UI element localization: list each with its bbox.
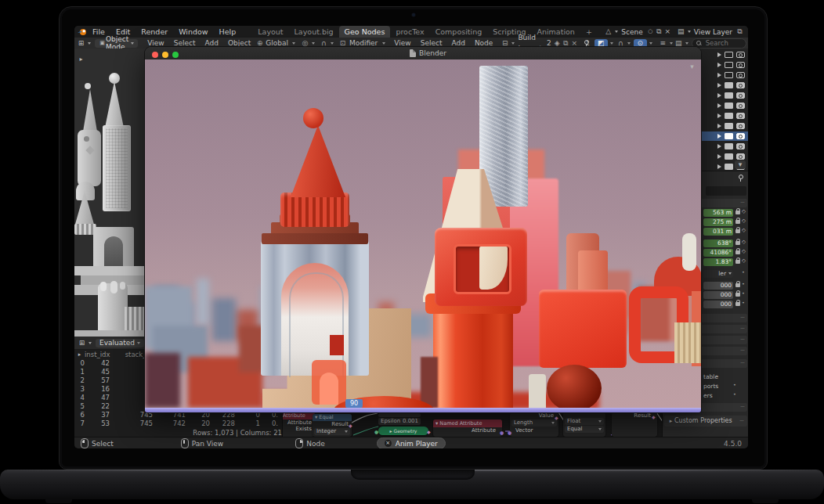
region-chevron-icon[interactable]: ▾ — [688, 63, 696, 71]
row-expand-arrow[interactable]: ▸ — [75, 351, 84, 359]
view-layer-icon[interactable]: ▤ — [677, 27, 685, 36]
view-layer-caret[interactable] — [688, 31, 691, 33]
scene-browse-caret[interactable] — [615, 31, 618, 33]
tab-add-workspace[interactable]: + — [580, 27, 598, 38]
object-name-field[interactable] — [706, 186, 746, 196]
menu-help[interactable]: Help — [214, 26, 242, 38]
column-header[interactable]: inst_idx — [85, 351, 110, 358]
close-button[interactable] — [152, 52, 158, 58]
outliner-filter-icon[interactable]: ≡ — [659, 39, 667, 48]
keyframe-icon[interactable]: ◇ — [742, 208, 746, 214]
tree-copy-icon[interactable]: ⧉ — [562, 39, 570, 48]
overlay-toggle-on[interactable]: ⊙ — [634, 39, 647, 48]
keyframe-icon[interactable]: ◇ — [742, 257, 746, 264]
orientation-icon[interactable]: ⊕ — [255, 39, 264, 48]
menu-window[interactable]: Window — [173, 26, 213, 38]
visibility-renders-label[interactable]: ers — [703, 392, 713, 399]
properties-pin-icon[interactable] — [738, 175, 743, 182]
view-layer-name[interactable]: View Layer — [694, 28, 732, 36]
editor-type-node-icon[interactable]: ⊡ — [338, 39, 347, 48]
toolbar-expand-arrow[interactable]: ▸ — [77, 55, 85, 63]
keyframe-icon[interactable]: ◇ — [742, 227, 746, 233]
dataset-dropdown[interactable]: Evaluated — [96, 339, 144, 347]
location-z-field[interactable]: 031 m — [703, 228, 733, 236]
blender-logo-icon[interactable] — [78, 27, 87, 36]
menu-render[interactable]: Render — [136, 26, 173, 38]
socket-dot[interactable]: ● — [374, 429, 378, 434]
lock-icon[interactable] — [735, 241, 740, 245]
rotation-y-field[interactable]: 41086° — [703, 249, 733, 257]
lock-icon[interactable] — [735, 229, 740, 233]
tab-layout[interactable]: Layout — [252, 27, 288, 38]
custom-properties-panel[interactable]: ▸ Custom Properties ···· — [664, 416, 747, 427]
scale-x-field[interactable]: 000 — [703, 282, 733, 290]
rotation-x-field[interactable]: 638° — [703, 239, 733, 247]
outliner-search[interactable] — [692, 38, 746, 49]
location-y-field[interactable]: 275 m — [703, 218, 733, 226]
tab-layout-big[interactable]: Layout.big — [289, 27, 339, 38]
playback-progress-bar[interactable] — [145, 408, 701, 412]
node-named-attribute[interactable]: ▾ Named Attribute Attribute — [433, 419, 502, 437]
node-compare-float[interactable]: Float Equal — [563, 412, 605, 437]
location-x-field[interactable]: 563 m — [703, 209, 733, 217]
fake-user-shield-icon[interactable]: ◈ — [553, 39, 562, 48]
socket-diamond[interactable]: ◆ — [427, 429, 431, 434]
scene-name[interactable]: Scene — [621, 28, 642, 36]
anim-player-button[interactable]: × Anim Player — [377, 437, 446, 448]
tab-compositing[interactable]: Compositing — [430, 27, 488, 38]
keyframe-icon[interactable]: ◇ — [742, 218, 746, 224]
snap-magnet2-icon[interactable]: ∩ — [616, 39, 625, 48]
lock-icon[interactable] — [735, 250, 740, 254]
editor-type-viewport-icon[interactable]: ⊞ — [77, 39, 85, 48]
minimize-button[interactable] — [162, 52, 168, 58]
scene-icon[interactable]: △ — [604, 27, 613, 36]
render-window[interactable]: Blender — [145, 47, 701, 412]
unlink-icon[interactable]: ○ — [646, 27, 655, 36]
node-compare-equal[interactable]: ▾ Equal Result Integer — [313, 414, 352, 437]
node-attribute[interactable]: Attribute Attribute Exists — [282, 412, 315, 437]
lock-icon[interactable] — [735, 293, 740, 297]
scale-y-field[interactable]: 000 — [703, 291, 733, 299]
visibility-selectable-label[interactable]: table — [703, 373, 718, 380]
window-titlebar[interactable]: Blender — [145, 47, 701, 60]
stop-icon[interactable]: × — [385, 440, 392, 447]
node-epsilon[interactable]: Epsilon0.001 — [377, 412, 422, 427]
compare-type-dropdown[interactable]: Integer — [314, 428, 350, 435]
lock-icon[interactable] — [735, 211, 740, 214]
node-geometry-proximity[interactable]: ▸ Geometry Proximity — [378, 427, 428, 435]
lock-icon[interactable] — [735, 283, 740, 287]
lock-icon[interactable] — [735, 260, 740, 264]
scene-close-icon[interactable]: × — [663, 27, 672, 36]
node-result[interactable]: Result — [612, 412, 657, 437]
node-tree-icon[interactable]: ⊟ — [501, 39, 509, 48]
view-layer-copy-icon[interactable]: ⧉ — [735, 27, 744, 36]
outliner-scroll-chevron[interactable]: ▾ — [735, 160, 746, 169]
mode-dropdown[interactable]: ▣ Object Mode — [95, 39, 138, 48]
animate-dot[interactable]: • — [733, 382, 736, 388]
lock-icon[interactable] — [735, 220, 740, 224]
search-input[interactable] — [704, 38, 742, 48]
scene-copy-icon[interactable]: ⧉ — [655, 27, 663, 36]
socket-diamond[interactable]: ◆ — [652, 414, 656, 419]
tab-geo-nodes[interactable]: Geo Nodes — [339, 26, 391, 38]
socket-dot[interactable]: ● — [500, 430, 504, 435]
pivot-icon[interactable]: ◎ — [301, 39, 309, 48]
animate-dot[interactable]: • — [742, 300, 745, 306]
tab-proctex[interactable]: procTex — [390, 27, 429, 38]
compare2-op-dropdown[interactable]: Equal — [565, 426, 604, 433]
compare2-type-dropdown[interactable]: Float — [565, 418, 604, 425]
keyframe-icon[interactable]: ◇ — [742, 239, 746, 245]
lock-icon[interactable] — [735, 302, 740, 306]
socket-diamond[interactable]: ◆ — [349, 423, 352, 428]
socket-diamond[interactable]: ◆ — [555, 415, 558, 420]
visibility-viewports-label[interactable]: ports — [703, 383, 718, 390]
spreadsheet-icon[interactable]: ⊞ — [78, 339, 86, 347]
frame-indicator[interactable]: 90 — [345, 399, 363, 408]
snap-toggle-on[interactable]: ◩ — [595, 39, 608, 48]
snap-magnet-icon[interactable]: ∩ — [320, 39, 328, 48]
animate-dot[interactable]: • — [742, 290, 745, 297]
rotation-z-field[interactable]: 1.83° — [703, 258, 733, 266]
scale-z-field[interactable]: 000 — [703, 301, 733, 308]
animate-dot[interactable]: • — [733, 391, 736, 398]
keyframe-icon[interactable]: ◇ — [742, 248, 746, 254]
